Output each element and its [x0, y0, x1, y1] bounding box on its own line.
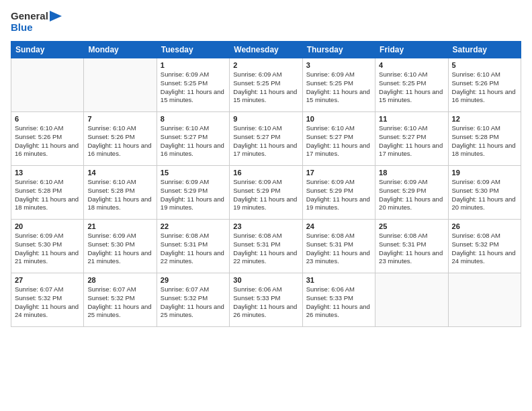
day-number: 2 [233, 61, 298, 69]
day-number: 27 [15, 276, 80, 284]
calendar-cell: 15Sunrise: 6:09 AM Sunset: 5:29 PM Dayli… [157, 166, 229, 220]
day-info: Sunrise: 6:10 AM Sunset: 5:25 PM Dayligh… [379, 71, 444, 105]
week-row-4: 20Sunrise: 6:09 AM Sunset: 5:30 PM Dayli… [11, 220, 521, 273]
day-info: Sunrise: 6:09 AM Sunset: 5:25 PM Dayligh… [306, 71, 371, 105]
day-number: 26 [452, 222, 517, 230]
day-info: Sunrise: 6:08 AM Sunset: 5:31 PM Dayligh… [379, 232, 444, 266]
logo-container: General Blue [11, 11, 62, 33]
day-number: 3 [306, 61, 371, 69]
calendar-cell: 22Sunrise: 6:08 AM Sunset: 5:31 PM Dayli… [157, 220, 229, 273]
day-info: Sunrise: 6:10 AM Sunset: 5:28 PM Dayligh… [15, 178, 80, 212]
day-info: Sunrise: 6:08 AM Sunset: 5:31 PM Dayligh… [161, 232, 226, 266]
day-info: Sunrise: 6:10 AM Sunset: 5:26 PM Dayligh… [15, 124, 80, 158]
week-row-1: 1Sunrise: 6:09 AM Sunset: 5:25 PM Daylig… [11, 58, 521, 112]
calendar-cell [375, 273, 448, 327]
day-info: Sunrise: 6:10 AM Sunset: 5:27 PM Dayligh… [161, 124, 226, 158]
calendar-cell: 31Sunrise: 6:06 AM Sunset: 5:33 PM Dayli… [302, 273, 375, 327]
day-number: 19 [452, 169, 517, 177]
day-info: Sunrise: 6:10 AM Sunset: 5:27 PM Dayligh… [306, 124, 371, 158]
calendar-table: SundayMondayTuesdayWednesdayThursdayFrid… [11, 41, 521, 327]
day-info: Sunrise: 6:10 AM Sunset: 5:26 PM Dayligh… [452, 71, 517, 105]
day-number: 13 [15, 169, 80, 177]
day-info: Sunrise: 6:07 AM Sunset: 5:32 PM Dayligh… [161, 285, 226, 320]
calendar-cell: 4Sunrise: 6:10 AM Sunset: 5:25 PM Daylig… [375, 58, 448, 112]
day-info: Sunrise: 6:10 AM Sunset: 5:27 PM Dayligh… [233, 124, 298, 158]
calendar-cell: 8Sunrise: 6:10 AM Sunset: 5:27 PM Daylig… [157, 112, 229, 166]
calendar-cell: 20Sunrise: 6:09 AM Sunset: 5:30 PM Dayli… [11, 220, 84, 273]
day-number: 23 [233, 222, 298, 230]
day-number: 11 [379, 115, 444, 123]
calendar-cell: 19Sunrise: 6:09 AM Sunset: 5:30 PM Dayli… [448, 166, 521, 220]
day-number: 17 [306, 169, 371, 177]
logo: General Blue [11, 11, 62, 33]
svg-marker-0 [50, 11, 62, 21]
day-number: 16 [233, 169, 298, 177]
day-info: Sunrise: 6:09 AM Sunset: 5:29 PM Dayligh… [379, 178, 444, 212]
calendar-cell [11, 58, 84, 112]
calendar-cell: 2Sunrise: 6:09 AM Sunset: 5:25 PM Daylig… [230, 58, 302, 112]
week-row-3: 13Sunrise: 6:10 AM Sunset: 5:28 PM Dayli… [11, 166, 521, 220]
day-info: Sunrise: 6:09 AM Sunset: 5:30 PM Dayligh… [15, 232, 80, 266]
day-number: 21 [87, 222, 152, 230]
calendar-cell: 10Sunrise: 6:10 AM Sunset: 5:27 PM Dayli… [302, 112, 375, 166]
calendar-cell: 12Sunrise: 6:10 AM Sunset: 5:28 PM Dayli… [448, 112, 521, 166]
day-info: Sunrise: 6:09 AM Sunset: 5:30 PM Dayligh… [87, 232, 152, 266]
calendar-cell: 9Sunrise: 6:10 AM Sunset: 5:27 PM Daylig… [230, 112, 302, 166]
calendar-cell: 30Sunrise: 6:06 AM Sunset: 5:33 PM Dayli… [230, 273, 302, 327]
calendar-cell: 25Sunrise: 6:08 AM Sunset: 5:31 PM Dayli… [375, 220, 448, 273]
calendar-cell: 14Sunrise: 6:10 AM Sunset: 5:28 PM Dayli… [84, 166, 157, 220]
day-info: Sunrise: 6:08 AM Sunset: 5:31 PM Dayligh… [233, 232, 298, 266]
calendar-cell: 1Sunrise: 6:09 AM Sunset: 5:25 PM Daylig… [157, 58, 229, 112]
day-number: 22 [161, 222, 226, 230]
day-number: 20 [15, 222, 80, 230]
day-number: 24 [306, 222, 371, 230]
calendar-cell: 28Sunrise: 6:07 AM Sunset: 5:32 PM Dayli… [84, 273, 157, 327]
day-info: Sunrise: 6:10 AM Sunset: 5:28 PM Dayligh… [87, 178, 152, 212]
calendar-cell: 26Sunrise: 6:08 AM Sunset: 5:32 PM Dayli… [448, 220, 521, 273]
col-header-tuesday: Tuesday [157, 42, 229, 58]
week-row-5: 27Sunrise: 6:07 AM Sunset: 5:32 PM Dayli… [11, 273, 521, 327]
col-header-friday: Friday [375, 42, 448, 58]
calendar-cell: 5Sunrise: 6:10 AM Sunset: 5:26 PM Daylig… [448, 58, 521, 112]
day-info: Sunrise: 6:06 AM Sunset: 5:33 PM Dayligh… [306, 285, 371, 320]
day-info: Sunrise: 6:09 AM Sunset: 5:25 PM Dayligh… [161, 71, 226, 105]
day-number: 25 [379, 222, 444, 230]
day-info: Sunrise: 6:07 AM Sunset: 5:32 PM Dayligh… [15, 285, 80, 320]
day-info: Sunrise: 6:09 AM Sunset: 5:29 PM Dayligh… [306, 178, 371, 212]
day-info: Sunrise: 6:09 AM Sunset: 5:29 PM Dayligh… [161, 178, 226, 212]
calendar-cell: 23Sunrise: 6:08 AM Sunset: 5:31 PM Dayli… [230, 220, 302, 273]
day-info: Sunrise: 6:10 AM Sunset: 5:28 PM Dayligh… [452, 124, 517, 158]
calendar-cell: 11Sunrise: 6:10 AM Sunset: 5:27 PM Dayli… [375, 112, 448, 166]
day-number: 5 [452, 61, 517, 69]
day-number: 28 [87, 276, 152, 284]
day-number: 29 [161, 276, 226, 284]
calendar-cell: 21Sunrise: 6:09 AM Sunset: 5:30 PM Dayli… [84, 220, 157, 273]
day-info: Sunrise: 6:06 AM Sunset: 5:33 PM Dayligh… [233, 285, 298, 320]
calendar-cell: 3Sunrise: 6:09 AM Sunset: 5:25 PM Daylig… [302, 58, 375, 112]
day-info: Sunrise: 6:08 AM Sunset: 5:31 PM Dayligh… [306, 232, 371, 266]
day-number: 10 [306, 115, 371, 123]
logo-general-text: General [11, 11, 48, 22]
logo-blue-text: Blue [11, 22, 62, 34]
calendar-cell [84, 58, 157, 112]
day-number: 1 [161, 61, 226, 69]
page-header: General Blue [11, 11, 521, 33]
day-number: 6 [15, 115, 80, 123]
day-number: 12 [452, 115, 517, 123]
day-number: 14 [87, 169, 152, 177]
calendar-cell: 6Sunrise: 6:10 AM Sunset: 5:26 PM Daylig… [11, 112, 84, 166]
calendar-cell: 27Sunrise: 6:07 AM Sunset: 5:32 PM Dayli… [11, 273, 84, 327]
day-info: Sunrise: 6:10 AM Sunset: 5:27 PM Dayligh… [379, 124, 444, 158]
day-number: 9 [233, 115, 298, 123]
col-header-wednesday: Wednesday [230, 42, 302, 58]
calendar-cell: 16Sunrise: 6:09 AM Sunset: 5:29 PM Dayli… [230, 166, 302, 220]
day-number: 31 [306, 276, 371, 284]
calendar-cell: 7Sunrise: 6:10 AM Sunset: 5:26 PM Daylig… [84, 112, 157, 166]
calendar-cell: 13Sunrise: 6:10 AM Sunset: 5:28 PM Dayli… [11, 166, 84, 220]
calendar-cell: 24Sunrise: 6:08 AM Sunset: 5:31 PM Dayli… [302, 220, 375, 273]
day-info: Sunrise: 6:09 AM Sunset: 5:29 PM Dayligh… [233, 178, 298, 212]
day-info: Sunrise: 6:07 AM Sunset: 5:32 PM Dayligh… [87, 285, 152, 320]
day-info: Sunrise: 6:09 AM Sunset: 5:25 PM Dayligh… [233, 71, 298, 105]
day-number: 8 [161, 115, 226, 123]
col-header-sunday: Sunday [11, 42, 84, 58]
